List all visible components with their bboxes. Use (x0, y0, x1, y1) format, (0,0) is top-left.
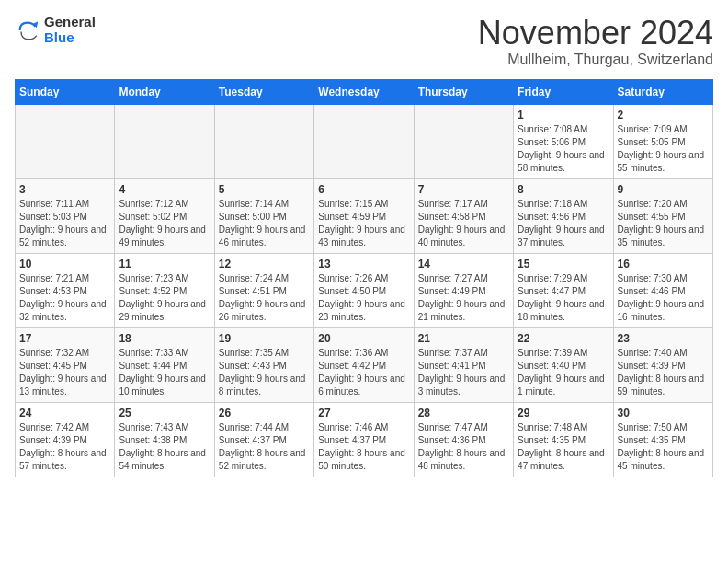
logo-icon (15, 17, 40, 43)
location-title: Mullheim, Thurgau, Switzerland (478, 52, 713, 68)
weekday-header-thursday: Thursday (414, 79, 513, 104)
day-info: Sunrise: 7:39 AM Sunset: 4:40 PM Dayligh… (518, 347, 609, 398)
day-number: 19 (219, 332, 310, 345)
calendar-cell (214, 104, 313, 178)
calendar-cell: 28Sunrise: 7:47 AM Sunset: 4:36 PM Dayli… (414, 402, 513, 477)
calendar-week-row: 1Sunrise: 7:08 AM Sunset: 5:06 PM Daylig… (16, 104, 713, 178)
calendar-cell (414, 104, 513, 178)
calendar-cell (16, 104, 115, 178)
day-number: 14 (418, 258, 509, 270)
day-number: 16 (618, 258, 709, 270)
calendar-cell: 27Sunrise: 7:46 AM Sunset: 4:37 PM Dayli… (314, 402, 414, 477)
day-info: Sunrise: 7:18 AM Sunset: 4:56 PM Dayligh… (518, 198, 609, 249)
day-number: 15 (518, 258, 609, 270)
day-number: 3 (19, 183, 110, 196)
calendar-cell: 23Sunrise: 7:40 AM Sunset: 4:39 PM Dayli… (613, 327, 712, 402)
day-info: Sunrise: 7:08 AM Sunset: 5:06 PM Dayligh… (518, 123, 609, 175)
day-info: Sunrise: 7:46 AM Sunset: 4:37 PM Dayligh… (318, 421, 409, 473)
day-info: Sunrise: 7:17 AM Sunset: 4:58 PM Dayligh… (418, 198, 509, 249)
weekday-header-monday: Monday (115, 79, 214, 104)
calendar-week-row: 3Sunrise: 7:11 AM Sunset: 5:03 PM Daylig… (16, 178, 713, 253)
day-number: 21 (418, 332, 509, 345)
calendar-cell: 19Sunrise: 7:35 AM Sunset: 4:43 PM Dayli… (214, 327, 313, 402)
day-info: Sunrise: 7:27 AM Sunset: 4:49 PM Dayligh… (418, 272, 509, 324)
day-info: Sunrise: 7:50 AM Sunset: 4:35 PM Dayligh… (618, 421, 709, 473)
day-info: Sunrise: 7:43 AM Sunset: 4:38 PM Dayligh… (119, 421, 210, 473)
day-number: 7 (418, 183, 509, 196)
day-number: 22 (518, 332, 609, 345)
day-number: 1 (518, 109, 609, 121)
day-number: 18 (119, 332, 210, 345)
day-info: Sunrise: 7:44 AM Sunset: 4:37 PM Dayligh… (219, 421, 310, 473)
day-info: Sunrise: 7:15 AM Sunset: 4:59 PM Dayligh… (318, 198, 409, 249)
logo: General Blue (15, 15, 96, 45)
calendar-cell: 17Sunrise: 7:32 AM Sunset: 4:45 PM Dayli… (16, 327, 115, 402)
weekday-header-wednesday: Wednesday (314, 79, 414, 104)
day-number: 11 (119, 258, 210, 270)
calendar-cell: 15Sunrise: 7:29 AM Sunset: 4:47 PM Dayli… (514, 253, 613, 327)
day-info: Sunrise: 7:36 AM Sunset: 4:42 PM Dayligh… (318, 347, 409, 398)
calendar-cell: 7Sunrise: 7:17 AM Sunset: 4:58 PM Daylig… (414, 178, 513, 253)
calendar-cell (314, 104, 414, 178)
calendar-cell: 16Sunrise: 7:30 AM Sunset: 4:46 PM Dayli… (613, 253, 712, 327)
day-number: 5 (219, 183, 310, 196)
calendar-cell: 18Sunrise: 7:33 AM Sunset: 4:44 PM Dayli… (115, 327, 214, 402)
calendar-week-row: 10Sunrise: 7:21 AM Sunset: 4:53 PM Dayli… (16, 253, 713, 327)
calendar-cell: 9Sunrise: 7:20 AM Sunset: 4:55 PM Daylig… (613, 178, 712, 253)
logo-text: General Blue (44, 15, 96, 45)
calendar-cell: 6Sunrise: 7:15 AM Sunset: 4:59 PM Daylig… (314, 178, 414, 253)
calendar-cell: 8Sunrise: 7:18 AM Sunset: 4:56 PM Daylig… (514, 178, 613, 253)
weekday-header-sunday: Sunday (16, 79, 115, 104)
day-number: 20 (318, 332, 409, 345)
calendar-cell: 22Sunrise: 7:39 AM Sunset: 4:40 PM Dayli… (514, 327, 613, 402)
calendar-cell: 30Sunrise: 7:50 AM Sunset: 4:35 PM Dayli… (613, 402, 712, 477)
day-info: Sunrise: 7:21 AM Sunset: 4:53 PM Dayligh… (19, 272, 110, 324)
calendar-cell: 5Sunrise: 7:14 AM Sunset: 5:00 PM Daylig… (214, 178, 313, 253)
day-number: 4 (119, 183, 210, 196)
calendar-cell: 29Sunrise: 7:48 AM Sunset: 4:35 PM Dayli… (514, 402, 613, 477)
title-section: November 2024 Mullheim, Thurgau, Switzer… (478, 15, 713, 68)
page-header: General Blue November 2024 Mullheim, Thu… (15, 15, 713, 68)
day-number: 2 (618, 109, 709, 121)
calendar-cell: 13Sunrise: 7:26 AM Sunset: 4:50 PM Dayli… (314, 253, 414, 327)
day-info: Sunrise: 7:30 AM Sunset: 4:46 PM Dayligh… (618, 272, 709, 324)
day-info: Sunrise: 7:47 AM Sunset: 4:36 PM Dayligh… (418, 421, 509, 473)
day-info: Sunrise: 7:11 AM Sunset: 5:03 PM Dayligh… (19, 198, 110, 249)
calendar-cell: 14Sunrise: 7:27 AM Sunset: 4:49 PM Dayli… (414, 253, 513, 327)
day-number: 9 (618, 183, 709, 196)
day-info: Sunrise: 7:35 AM Sunset: 4:43 PM Dayligh… (219, 347, 310, 398)
day-info: Sunrise: 7:14 AM Sunset: 5:00 PM Dayligh… (219, 198, 310, 249)
calendar-week-row: 17Sunrise: 7:32 AM Sunset: 4:45 PM Dayli… (16, 327, 713, 402)
calendar-cell: 20Sunrise: 7:36 AM Sunset: 4:42 PM Dayli… (314, 327, 414, 402)
day-info: Sunrise: 7:12 AM Sunset: 5:02 PM Dayligh… (119, 198, 210, 249)
calendar-cell: 26Sunrise: 7:44 AM Sunset: 4:37 PM Dayli… (214, 402, 313, 477)
calendar-cell (115, 104, 214, 178)
day-number: 25 (119, 407, 210, 419)
day-number: 27 (318, 407, 409, 419)
day-info: Sunrise: 7:48 AM Sunset: 4:35 PM Dayligh… (518, 421, 609, 473)
logo-blue-text: Blue (44, 30, 96, 46)
logo-general-text: General (44, 15, 96, 30)
day-number: 26 (219, 407, 310, 419)
day-info: Sunrise: 7:09 AM Sunset: 5:05 PM Dayligh… (618, 123, 709, 175)
day-number: 10 (19, 258, 110, 270)
calendar-cell: 11Sunrise: 7:23 AM Sunset: 4:52 PM Dayli… (115, 253, 214, 327)
day-number: 8 (518, 183, 609, 196)
day-number: 30 (618, 407, 709, 419)
day-number: 12 (219, 258, 310, 270)
day-info: Sunrise: 7:26 AM Sunset: 4:50 PM Dayligh… (318, 272, 409, 324)
day-number: 24 (19, 407, 110, 419)
day-number: 17 (19, 332, 110, 345)
day-number: 13 (318, 258, 409, 270)
calendar-cell: 1Sunrise: 7:08 AM Sunset: 5:06 PM Daylig… (514, 104, 613, 178)
calendar-cell: 12Sunrise: 7:24 AM Sunset: 4:51 PM Dayli… (214, 253, 313, 327)
day-number: 28 (418, 407, 509, 419)
day-info: Sunrise: 7:29 AM Sunset: 4:47 PM Dayligh… (518, 272, 609, 324)
day-number: 29 (518, 407, 609, 419)
day-number: 6 (318, 183, 409, 196)
weekday-header-tuesday: Tuesday (214, 79, 313, 104)
calendar-cell: 21Sunrise: 7:37 AM Sunset: 4:41 PM Dayli… (414, 327, 513, 402)
day-info: Sunrise: 7:42 AM Sunset: 4:39 PM Dayligh… (19, 421, 110, 473)
calendar-cell: 2Sunrise: 7:09 AM Sunset: 5:05 PM Daylig… (613, 104, 712, 178)
day-info: Sunrise: 7:40 AM Sunset: 4:39 PM Dayligh… (618, 347, 709, 398)
